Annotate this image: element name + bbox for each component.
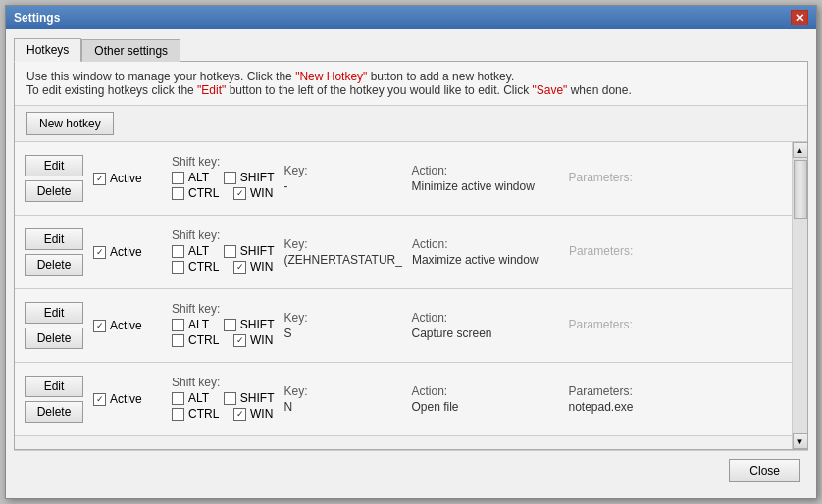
hotkeys-area: Edit Delete Active Shift key: ALT SHIFT xyxy=(15,142,807,449)
params-label-3: Parameters: xyxy=(568,318,666,331)
ctrl-row-4: CTRL WIN xyxy=(172,407,274,421)
hotkey-actions-4: Edit Delete xyxy=(25,376,83,423)
key-value-4: N xyxy=(283,400,401,414)
shift-checkbox-4[interactable] xyxy=(224,392,236,405)
shift-key-section-2: Shift key: ALT SHIFT CTRL WIN xyxy=(172,228,274,276)
alt-label-4: ALT xyxy=(188,391,209,405)
delete-button-1[interactable]: Delete xyxy=(25,180,83,202)
alt-label-1: ALT xyxy=(188,171,209,184)
win-checkbox-4[interactable] xyxy=(233,408,246,421)
win-checkbox-3[interactable] xyxy=(233,334,246,347)
shift-checkbox-2[interactable] xyxy=(224,245,236,258)
hotkey-row-2: Edit Delete Active Shift key: ALT SHIFT xyxy=(15,216,792,289)
settings-window: Settings ✕ Hotkeys Other settings Use th… xyxy=(5,5,817,499)
key-label-3: Key: xyxy=(283,311,401,325)
win-label-2: WIN xyxy=(250,260,273,274)
tab-other-settings[interactable]: Other settings xyxy=(81,39,180,62)
scroll-up-button[interactable]: ▲ xyxy=(793,142,808,158)
params-section-2: Parameters: xyxy=(569,244,667,260)
window-title: Settings xyxy=(14,11,60,25)
shift-checkbox-1[interactable] xyxy=(224,172,236,184)
action-value-4: Open file xyxy=(411,400,558,414)
hotkey-row-3: Edit Delete Active Shift key: ALT SHIFT xyxy=(15,289,792,363)
edit-button-2[interactable]: Edit xyxy=(25,228,83,250)
action-section-4: Action: Open file xyxy=(411,384,558,414)
active-label-4: Active xyxy=(110,392,142,406)
key-value-3: S xyxy=(283,327,401,340)
new-hotkey-button[interactable]: New hotkey xyxy=(26,112,114,135)
hotkey-actions-2: Edit Delete xyxy=(25,228,83,276)
ctrl-row-2: CTRL WIN xyxy=(172,260,274,274)
hotkey-actions-1: Edit Delete xyxy=(25,155,83,202)
active-checkbox-1[interactable] xyxy=(93,173,106,185)
edit-button-4[interactable]: Edit xyxy=(25,376,83,397)
delete-button-4[interactable]: Delete xyxy=(25,401,83,423)
ctrl-checkbox-3[interactable] xyxy=(172,334,184,347)
edit-button-1[interactable]: Edit xyxy=(25,155,83,176)
ctrl-label-1: CTRL xyxy=(188,186,219,200)
shift-key-label-2: Shift key: xyxy=(172,228,274,242)
alt-checkbox-4[interactable] xyxy=(172,392,184,405)
alt-checkbox-2[interactable] xyxy=(172,245,184,258)
win-checkbox-1[interactable] xyxy=(233,187,246,200)
hotkeys-scroll[interactable]: Edit Delete Active Shift key: ALT SHIFT xyxy=(15,142,792,449)
action-label-2: Action: xyxy=(412,237,559,251)
alt-checkbox-3[interactable] xyxy=(172,319,184,331)
key-label-4: Key: xyxy=(283,384,401,398)
alt-label-2: ALT xyxy=(188,244,209,258)
params-section-1: Parameters: xyxy=(568,171,666,186)
active-checkbox-3[interactable] xyxy=(93,320,106,332)
active-section-4: Active xyxy=(93,392,162,406)
shift-key-section-4: Shift key: ALT SHIFT CTRL WIN xyxy=(172,376,274,423)
active-checkbox-2[interactable] xyxy=(93,246,106,259)
hotkey-row-1: Edit Delete Active Shift key: ALT SHIFT xyxy=(15,142,792,216)
edit-button-3[interactable]: Edit xyxy=(25,302,83,324)
alt-checkbox-1[interactable] xyxy=(172,172,184,184)
alt-row-4: ALT SHIFT xyxy=(172,391,274,405)
ctrl-label-2: CTRL xyxy=(188,260,219,274)
params-label-4: Parameters: xyxy=(568,384,666,398)
delete-button-2[interactable]: Delete xyxy=(25,254,83,276)
key-section-2: Key: (ZEHNERTASTATUR_ xyxy=(283,237,401,267)
tab-content-hotkeys: Use this window to manage your hotkeys. … xyxy=(14,61,808,450)
action-value-1: Minimize active window xyxy=(411,179,558,193)
action-label-1: Action: xyxy=(411,164,558,177)
delete-button-3[interactable]: Delete xyxy=(25,328,83,349)
bottom-bar: Close xyxy=(14,450,808,490)
scroll-thumb[interactable] xyxy=(794,160,807,219)
shift-key-section-1: Shift key: ALT SHIFT CTRL WIN xyxy=(172,155,274,202)
title-bar: Settings ✕ xyxy=(6,6,816,29)
scroll-down-button[interactable]: ▼ xyxy=(793,433,808,449)
alt-row-3: ALT SHIFT xyxy=(172,318,274,331)
win-label-3: WIN xyxy=(250,333,273,347)
action-section-2: Action: Maximize active window xyxy=(412,237,559,267)
params-value-4: notepad.exe xyxy=(568,400,666,414)
info-line1: Use this window to manage your hotkeys. … xyxy=(26,70,796,83)
params-section-3: Parameters: xyxy=(568,318,666,333)
active-label-2: Active xyxy=(110,245,142,259)
shift-label-4: SHIFT xyxy=(240,391,275,405)
shift-checkbox-3[interactable] xyxy=(224,319,236,331)
hotkey-actions-3: Edit Delete xyxy=(25,302,83,349)
active-checkbox-4[interactable] xyxy=(93,393,106,406)
action-value-2: Maximize active window xyxy=(412,253,559,267)
shift-key-section-3: Shift key: ALT SHIFT CTRL WIN xyxy=(172,302,274,349)
info-bar: Use this window to manage your hotkeys. … xyxy=(15,62,807,106)
params-section-4: Parameters: notepad.exe xyxy=(568,384,666,414)
tab-hotkeys[interactable]: Hotkeys xyxy=(14,38,81,62)
win-checkbox-2[interactable] xyxy=(233,261,246,274)
active-label-3: Active xyxy=(110,319,142,332)
active-section-2: Active xyxy=(93,245,162,259)
window-close-button[interactable]: ✕ xyxy=(791,10,808,25)
action-section-3: Action: Capture screen xyxy=(411,311,558,340)
active-section-1: Active xyxy=(93,172,162,185)
scrollbar: ▲ ▼ xyxy=(792,142,807,449)
key-section-1: Key: - xyxy=(283,164,401,193)
ctrl-checkbox-2[interactable] xyxy=(172,261,184,274)
ctrl-label-4: CTRL xyxy=(188,407,219,421)
ctrl-checkbox-1[interactable] xyxy=(172,187,184,200)
ctrl-label-3: CTRL xyxy=(188,333,219,347)
ctrl-checkbox-4[interactable] xyxy=(172,408,184,421)
win-label-4: WIN xyxy=(250,407,273,421)
close-button[interactable]: Close xyxy=(729,459,800,482)
